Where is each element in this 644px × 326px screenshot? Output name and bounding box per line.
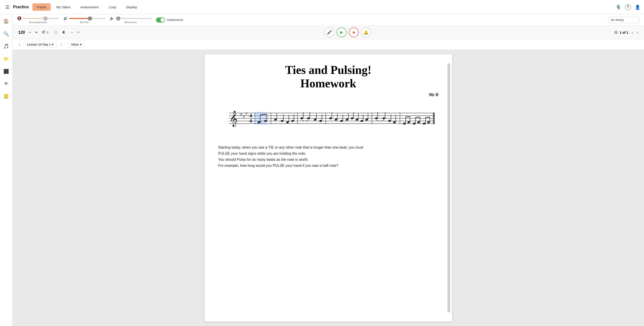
sidebar-search-icon[interactable]: 🔍	[2, 30, 10, 38]
nav-tab-tracks[interactable]: Tracks	[32, 3, 50, 11]
my-part-slider[interactable]	[69, 18, 105, 19]
svg-point-20	[274, 118, 277, 121]
score-page: Ties and Pulsing! Homework Mr D 𝄞	[204, 54, 452, 322]
nav-tab-my-takes[interactable]: My Takes	[52, 3, 75, 11]
svg-point-46	[350, 117, 354, 120]
clock-icon: 🕐	[53, 30, 58, 35]
lesson-prev-button[interactable]: ‹	[17, 41, 22, 47]
page-prev-arrow[interactable]: ‹	[630, 29, 634, 35]
sidebar: 🏠 🔍 🎵 📁 ⬛ 👁 📒	[0, 14, 12, 326]
metronome-button[interactable]: 🔔	[361, 27, 371, 37]
metronome-volume-icon[interactable]: 🔈	[110, 16, 114, 20]
svg-text:𝄞: 𝄞	[230, 111, 238, 127]
svg-point-35	[319, 120, 322, 122]
accompaniment-slider[interactable]	[23, 18, 59, 19]
page-info: 1 of 1	[620, 30, 628, 34]
record-icon: ⏺	[352, 30, 355, 34]
svg-line-18	[260, 114, 267, 115]
tempo-decrease-button[interactable]: −	[28, 30, 32, 35]
voice-label: Voice	[71, 43, 79, 46]
microphone-icon[interactable]: 🎙️	[616, 4, 621, 10]
nav-tab-assessment[interactable]: Assessment	[76, 3, 103, 11]
svg-text:#: #	[240, 113, 242, 116]
page-next-arrow[interactable]: ›	[635, 29, 640, 35]
record-button[interactable]: ⏺	[349, 27, 359, 37]
swing-select[interactable]: No Swing Light Swing Medium Swing Heavy …	[608, 17, 640, 23]
score-description: Starting today, when you see a TIE or an…	[218, 144, 438, 169]
lesson-selector[interactable]: Lesson 10 Day 1 ▾	[24, 41, 56, 48]
subdivisions-section: Subdivisions	[156, 17, 183, 22]
tempo-increase-button[interactable]: +	[34, 30, 39, 35]
my-part-label: My Part	[80, 21, 88, 23]
beat-decrease-button[interactable]: −	[70, 30, 75, 35]
beat-count-section: 🕐 4 − +	[53, 30, 81, 35]
playback-controls: 🎤 ▶ ⏺ 🔔	[81, 27, 614, 37]
hamburger-menu[interactable]: ☰	[4, 3, 11, 12]
accompaniment-mute-icon[interactable]: 🔇	[17, 16, 22, 20]
app-title: Practice	[13, 5, 29, 9]
svg-point-24	[286, 121, 289, 124]
mic-icon: 🎤	[327, 30, 332, 35]
sidebar-music-icon[interactable]: 🎵	[2, 42, 10, 50]
nav-right: 🎙️ ? 👤	[616, 4, 640, 10]
sidebar-sketchbook-icon[interactable]: 📒	[2, 92, 10, 100]
svg-text:#: #	[243, 115, 245, 119]
play-button[interactable]: ▶	[336, 27, 346, 37]
subdivisions-toggle[interactable]	[156, 17, 165, 22]
filter-icon[interactable]: ≡	[46, 30, 49, 35]
svg-point-48	[356, 118, 359, 121]
svg-point-40	[334, 118, 338, 121]
music-staff-svg: 𝄞 # # # 4 4	[218, 104, 438, 131]
score-title: Ties and Pulsing! Homework	[218, 63, 438, 90]
svg-text:4: 4	[249, 118, 252, 124]
page-arrows: ‹ ›	[630, 29, 640, 35]
sidebar-layers-icon[interactable]: ⬛	[2, 67, 10, 75]
beat-increase-button[interactable]: +	[76, 30, 81, 35]
metronome-icon: 🔔	[363, 30, 368, 35]
svg-point-15	[260, 122, 262, 122]
sidebar-home-icon[interactable]: 🏠	[2, 17, 10, 25]
svg-point-59	[388, 120, 391, 122]
sidebar-folder-icon[interactable]: 📁	[2, 55, 10, 63]
svg-point-26	[291, 120, 294, 122]
metronome-section: 🔈 Metronome	[110, 16, 152, 23]
score-area[interactable]: Ties and Pulsing! Homework Mr D 𝄞	[12, 50, 644, 326]
svg-point-29	[300, 117, 304, 120]
account-icon[interactable]: 👤	[635, 4, 640, 10]
beat-count-value: 4	[59, 30, 68, 35]
svg-line-73	[416, 117, 420, 117]
desc-line-3: You should Pulse for as many beats as th…	[218, 157, 438, 163]
svg-point-22	[280, 120, 284, 122]
svg-point-38	[329, 117, 332, 120]
lesson-next-button[interactable]: ›	[59, 41, 64, 47]
tempo-reset-icon[interactable]: ↺	[42, 30, 45, 35]
my-part-volume-icon[interactable]: 🔊	[64, 16, 68, 20]
mic-button[interactable]: 🎤	[324, 27, 334, 37]
desc-line-4: For example, how long would you PULSE yo…	[218, 163, 438, 168]
metronome-slider[interactable]	[116, 18, 152, 19]
svg-point-52	[365, 118, 368, 121]
svg-point-33	[314, 118, 316, 121]
voice-selector[interactable]: Voice ▾	[68, 41, 84, 48]
svg-line-78	[426, 117, 430, 117]
accompaniment-label: Accompaniment	[29, 21, 47, 23]
svg-point-66	[407, 121, 410, 124]
page-view-icon[interactable]: ⊞	[614, 30, 618, 35]
swing-container: No Swing Light Swing Medium Swing Heavy …	[608, 17, 640, 23]
accompaniment-section: 🔇 Accompaniment	[17, 16, 59, 23]
svg-point-31	[307, 117, 310, 120]
content-area: 🔇 Accompaniment 🔊 My Part	[12, 14, 644, 326]
svg-point-44	[346, 118, 348, 121]
voice-dropdown-icon: ▾	[80, 43, 82, 46]
desc-line-1: Starting today, when you see a TIE or an…	[218, 144, 438, 151]
svg-text:#: #	[246, 112, 248, 115]
controls-bar: 🔇 Accompaniment 🔊 My Part	[12, 14, 644, 26]
nav-tab-loop[interactable]: Loop	[104, 3, 120, 11]
nav-tab-display[interactable]: Display	[122, 3, 141, 11]
main-layout: 🏠 🔍 🎵 📁 ⬛ 👁 📒 🔇 Accompaniment	[0, 14, 644, 326]
help-icon[interactable]: ?	[625, 4, 631, 10]
svg-point-57	[382, 117, 386, 120]
notation-area: 𝄞 # # # 4 4	[218, 104, 438, 131]
sidebar-eye-icon[interactable]: 👁	[3, 80, 10, 88]
desc-line-2: PULSE your hand signs while you are hold…	[218, 151, 438, 157]
